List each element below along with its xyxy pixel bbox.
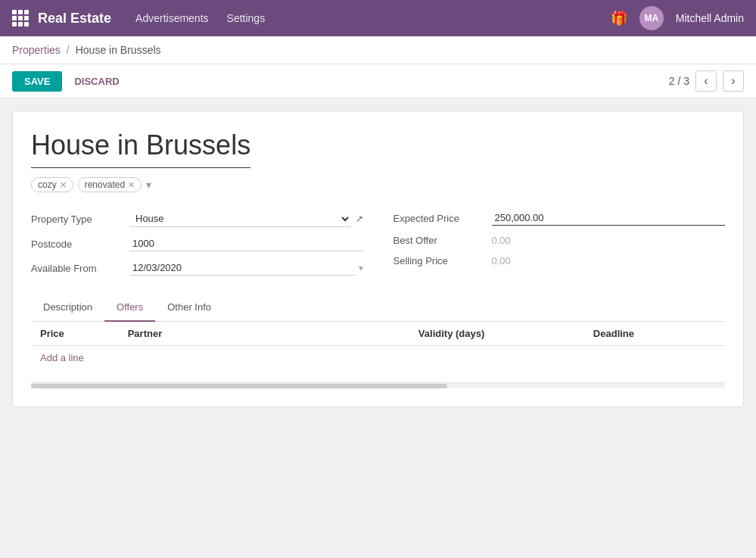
avatar[interactable]: MA <box>639 6 664 30</box>
property-type-row: Property Type House ↗ <box>31 210 363 227</box>
col-empty-2 <box>288 322 349 346</box>
tabs-bar: Description Offers Other Info <box>31 294 725 322</box>
app-title: Real Estate <box>38 11 111 26</box>
tags-row: cozy ✕ renovated ✕ ▾ <box>31 177 725 192</box>
breadcrumb-separator: / <box>67 44 70 56</box>
offers-table: Price Partner Validity (days) Deadline <box>31 322 725 346</box>
record-title-text: House in Brussels <box>31 129 250 168</box>
postcode-row: Postcode <box>31 236 363 251</box>
tab-other-info[interactable]: Other Info <box>155 294 223 322</box>
available-from-row: Available From ▾ <box>31 260 363 276</box>
property-type-field: House ↗ <box>129 210 363 227</box>
save-button[interactable]: SAVE <box>12 71 62 92</box>
date-dropdown-icon[interactable]: ▾ <box>359 263 363 273</box>
external-link-icon[interactable]: ↗ <box>356 214 363 224</box>
expected-price-label: Expected Price <box>394 213 492 224</box>
discard-button[interactable]: DISCARD <box>68 71 125 92</box>
property-type-label: Property Type <box>31 214 129 225</box>
tag-cozy-remove[interactable]: ✕ <box>60 180 67 190</box>
pagination-prev-button[interactable]: ‹ <box>695 70 717 92</box>
nav-advertisements[interactable]: Advertisements <box>135 12 208 24</box>
topnav-right: 🎁 MA Mitchell Admin <box>611 6 744 30</box>
breadcrumb-parent[interactable]: Properties <box>12 44 61 56</box>
pagination-next-button[interactable]: › <box>723 70 744 92</box>
toolbar: SAVE DISCARD 2 / 3 ‹ › <box>0 64 756 98</box>
form-left: Property Type House ↗ Postcode Available… <box>31 210 363 276</box>
col-empty-3 <box>349 322 409 346</box>
user-name[interactable]: Mitchell Admin <box>676 12 744 24</box>
breadcrumb-current: House in Brussels <box>76 44 161 56</box>
top-navigation: Real Estate Advertisements Settings 🎁 MA… <box>0 0 756 36</box>
offers-table-area: Price Partner Validity (days) Deadline A… <box>31 322 725 382</box>
form-body: Property Type House ↗ Postcode Available… <box>31 210 725 276</box>
col-price: Price <box>31 322 119 346</box>
selling-price-row: Selling Price 0.00 <box>394 255 726 267</box>
tab-description[interactable]: Description <box>31 294 104 322</box>
postcode-input[interactable] <box>129 236 363 251</box>
property-type-select[interactable]: House <box>129 210 351 227</box>
horizontal-scrollbar[interactable] <box>31 382 725 388</box>
breadcrumb: Properties / House in Brussels <box>0 36 756 64</box>
selling-price-value: 0.00 <box>492 255 511 267</box>
available-from-label: Available From <box>31 263 129 274</box>
tag-cozy[interactable]: cozy ✕ <box>31 177 73 192</box>
expected-price-input[interactable] <box>492 210 726 226</box>
expected-price-row: Expected Price <box>394 210 726 226</box>
tag-renovated-label: renovated <box>85 179 125 190</box>
pagination: 2 / 3 ‹ › <box>669 70 744 92</box>
selling-price-label: Selling Price <box>394 255 492 267</box>
col-validity: Validity (days) <box>409 322 584 346</box>
best-offer-value: 0.00 <box>492 235 511 246</box>
add-line-button[interactable]: Add a line <box>31 346 93 369</box>
col-actions <box>707 322 725 346</box>
best-offer-label: Best Offer <box>394 235 492 246</box>
col-partner: Partner <box>119 322 228 346</box>
best-offer-row: Best Offer 0.00 <box>394 235 726 246</box>
record-title: House in Brussels <box>31 129 725 177</box>
postcode-label: Postcode <box>31 238 129 250</box>
available-from-input[interactable] <box>129 260 356 276</box>
tag-renovated-remove[interactable]: ✕ <box>128 180 135 190</box>
col-empty-1 <box>228 322 288 346</box>
apps-menu-icon[interactable] <box>12 10 29 26</box>
record-card: House in Brussels cozy ✕ renovated ✕ ▾ P… <box>12 111 744 407</box>
gift-icon[interactable]: 🎁 <box>611 10 627 26</box>
scrollbar-thumb[interactable] <box>31 384 447 388</box>
tags-dropdown-icon[interactable]: ▾ <box>146 179 151 191</box>
tag-cozy-label: cozy <box>38 179 57 190</box>
tag-renovated[interactable]: renovated ✕ <box>78 177 142 192</box>
form-right: Expected Price Best Offer 0.00 Selling P… <box>394 210 726 276</box>
main-menu: Advertisements Settings <box>135 12 611 24</box>
nav-settings[interactable]: Settings <box>227 12 266 24</box>
col-deadline: Deadline <box>584 322 707 346</box>
main-content: House in Brussels cozy ✕ renovated ✕ ▾ P… <box>0 98 756 419</box>
avatar-initials: MA <box>644 13 658 23</box>
pagination-display: 2 / 3 <box>669 75 689 87</box>
tab-offers[interactable]: Offers <box>104 294 155 322</box>
